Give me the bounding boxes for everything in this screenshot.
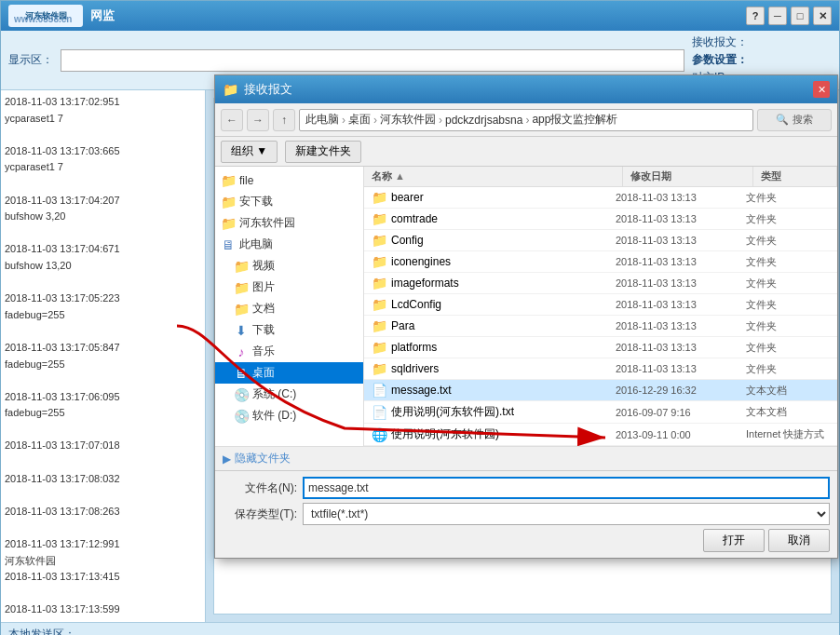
folder-icon: 📁 <box>372 211 387 226</box>
new-folder-button[interactable]: 新建文件夹 <box>285 141 361 163</box>
back-button[interactable]: ← <box>221 109 243 131</box>
music-icon: ♪ <box>234 345 249 359</box>
nav-item-cdrive[interactable]: 💿 系统 (C:) <box>215 384 363 405</box>
folder-icon: 📁 <box>372 254 387 269</box>
nav-item-thispc[interactable]: 🖥 此电脑 <box>215 234 363 255</box>
nav-tree: 📁 file 📁 安下载 📁 河东软件园 🖥 此电脑 📁 视频 📁 图片 <box>215 167 364 446</box>
close-button[interactable]: ✕ <box>813 7 832 25</box>
minimize-button[interactable]: ─ <box>768 7 787 25</box>
dialog-toolbar: 组织 ▼ 新建文件夹 <box>215 137 837 167</box>
expand-arrow-icon: ▶ <box>223 453 231 466</box>
download-icon: ⬇ <box>234 323 249 338</box>
file-row[interactable]: 📁Config 2018-11-03 13:13 文件夹 <box>364 230 837 251</box>
folder-icon: 📁 <box>372 276 387 290</box>
filetype-label: 保存类型(T): <box>223 507 297 522</box>
dialog-titlebar: 📁 接收报文 ✕ <box>215 75 837 103</box>
address-bar: ← → ↑ 此电脑 › 桌面 › 河东软件园 › pdckzdrjsabsna … <box>215 103 837 137</box>
log-area[interactable]: 2018-11-03 13:17:02:951 ycparaset1 7 201… <box>1 90 206 622</box>
file-row[interactable]: 🌐使用说明(河东软件园) 2013-09-11 0:00 Internet 快捷… <box>364 424 837 446</box>
up-button[interactable]: ↑ <box>273 109 295 131</box>
file-row[interactable]: 📁sqldrivers 2018-11-03 13:13 文件夹 <box>364 358 837 380</box>
folder-icon: 📁 <box>372 318 387 333</box>
file-row-message[interactable]: 📄message.txt 2016-12-29 16:32 文本文档 <box>364 380 837 401</box>
folder-icon: 📁 <box>372 233 387 248</box>
watermark: www.0358.cn <box>14 14 72 24</box>
txt-file-icon: 📄 <box>372 405 387 420</box>
open-button[interactable]: 打开 <box>703 529 765 552</box>
display-label: 显示区： <box>8 52 53 68</box>
organize-button[interactable]: 组织 ▼ <box>221 141 278 163</box>
header-date[interactable]: 修改日期 <box>623 167 753 186</box>
header-type[interactable]: 类型 <box>753 167 837 186</box>
nav-item-ddrive[interactable]: 💿 软件 (D:) <box>215 405 363 426</box>
file-list-container: 名称 ▲ 修改日期 类型 📁bearer 2018-11-03 13:13 文件… <box>364 167 837 446</box>
nav-item-downloads[interactable]: ⬇ 下载 <box>215 319 363 341</box>
disk-icon: 💿 <box>234 409 249 424</box>
file-list-header: 名称 ▲ 修改日期 类型 <box>364 167 837 187</box>
disk-icon: 💿 <box>234 387 249 402</box>
cancel-button[interactable]: 取消 <box>768 529 830 552</box>
filetype-select[interactable]: txtfile(*.txt*) <box>303 503 830 525</box>
search-button[interactable]: 🔍 搜索 <box>757 109 832 131</box>
dialog-body: 📁 file 📁 安下载 📁 河东软件园 🖥 此电脑 📁 视频 📁 图片 <box>215 167 837 446</box>
file-list[interactable]: 📁bearer 2018-11-03 13:13 文件夹 📁comtrade 2… <box>364 187 837 446</box>
file-row-platforms[interactable]: 📁platforms 2018-11-03 13:13 文件夹 <box>364 337 837 358</box>
folder-icon: 📁 <box>372 297 387 312</box>
folder-icon: 📁 <box>372 190 387 205</box>
file-row[interactable]: 📁imageformats 2018-11-03 13:13 文件夹 <box>364 273 837 294</box>
help-button[interactable]: ? <box>746 7 765 25</box>
folder-icon: 📁 <box>221 216 236 231</box>
dialog-footer: 文件名(N): 保存类型(T): txtfile(*.txt*) 打开 取消 <box>215 470 837 558</box>
nav-item-music[interactable]: ♪ 音乐 <box>215 341 363 362</box>
nav-item-desktop[interactable]: 🖥 桌面 <box>215 362 363 384</box>
filename-input[interactable] <box>303 477 830 499</box>
folder-icon: 📁 <box>221 173 236 188</box>
desktop-icon: 🖥 <box>234 366 249 381</box>
maximize-button[interactable]: □ <box>791 7 809 25</box>
log-entry: 2018-11-03 13:17:02:951 ycparaset1 7 201… <box>5 94 201 618</box>
txt-file-icon: 📄 <box>372 383 387 398</box>
dialog-title: 接收报文 <box>244 81 813 98</box>
folder-icon: 📁 <box>234 280 249 295</box>
nav-item-file[interactable]: 📁 file <box>215 170 363 191</box>
nav-item-andown[interactable]: 📁 安下载 <box>215 191 363 212</box>
hidden-files-label: 隐藏文件夹 <box>235 451 291 466</box>
nav-item-documents[interactable]: 📁 文档 <box>215 298 363 319</box>
file-row[interactable]: 📁iconengines 2018-11-03 13:13 文件夹 <box>364 251 837 273</box>
folder-icon: 📁 <box>234 302 249 317</box>
file-row[interactable]: 📁comtrade 2018-11-03 13:13 文件夹 <box>364 209 837 230</box>
folder-icon: 📁 <box>234 259 249 274</box>
file-dialog: 📁 接收报文 ✕ ← → ↑ 此电脑 › 桌面 › 河东软件园 › pdckzd… <box>214 74 838 559</box>
titlebar-buttons: ? ─ □ ✕ <box>746 7 832 25</box>
send-area: 本地发送区： 发送 <box>1 622 839 635</box>
nav-item-video[interactable]: 📁 视频 <box>215 255 363 277</box>
params-label: 参数设置： <box>692 52 748 68</box>
recv-label: 接收报文： <box>692 34 748 50</box>
folder-icon: 📁 <box>372 361 387 376</box>
link-file-icon: 🌐 <box>372 427 387 442</box>
hidden-files-toggle[interactable]: ▶ 隐藏文件夹 <box>215 446 837 470</box>
nav-item-hedong[interactable]: 📁 河东软件园 <box>215 212 363 234</box>
nav-item-pictures[interactable]: 📁 图片 <box>215 277 363 298</box>
file-row[interactable]: 📁Para 2018-11-03 13:13 文件夹 <box>364 316 837 337</box>
file-row[interactable]: 📄使用说明(河东软件园).txt 2016-09-07 9:16 文本文档 <box>364 401 837 424</box>
folder-icon: 📁 <box>221 195 236 209</box>
dialog-title-icon: 📁 <box>223 82 238 97</box>
filename-label: 文件名(N): <box>223 480 297 496</box>
app-title: 网监 <box>90 7 746 24</box>
folder-icon: 📁 <box>372 340 387 355</box>
header-name[interactable]: 名称 ▲ <box>364 167 623 186</box>
pc-icon: 🖥 <box>221 237 236 252</box>
dialog-close-button[interactable]: ✕ <box>813 81 830 98</box>
send-label: 本地发送区： <box>8 627 832 635</box>
file-row[interactable]: 📁bearer 2018-11-03 13:13 文件夹 <box>364 187 837 209</box>
forward-button[interactable]: → <box>247 109 269 131</box>
app-titlebar: 河东软件园 网监 ? ─ □ ✕ <box>1 1 839 31</box>
breadcrumb[interactable]: 此电脑 › 桌面 › 河东软件园 › pdckzdrjsabsna › app报… <box>299 109 753 131</box>
file-row[interactable]: 📁LcdConfig 2018-11-03 13:13 文件夹 <box>364 294 837 316</box>
